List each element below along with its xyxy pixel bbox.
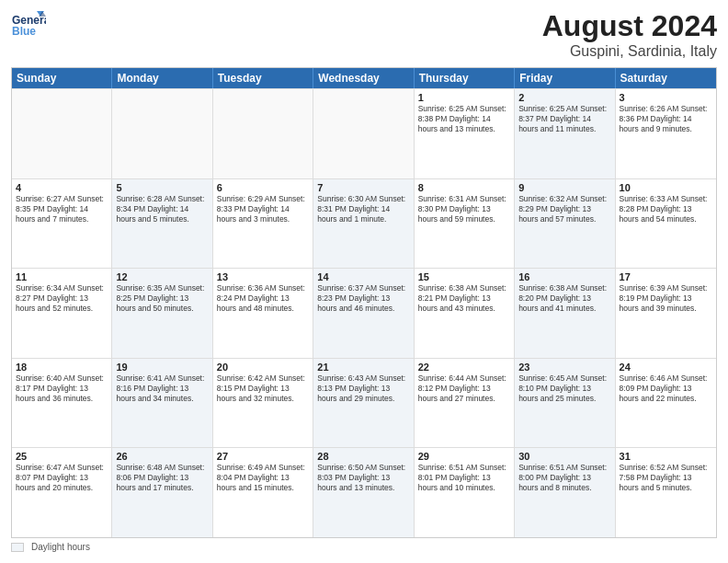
- day-info: Sunrise: 6:28 AM Sunset: 8:34 PM Dayligh…: [116, 194, 208, 224]
- cal-cell-empty-0-2: [213, 89, 313, 178]
- cal-cell-9: 9Sunrise: 6:32 AM Sunset: 8:29 PM Daylig…: [515, 179, 615, 269]
- day-number: 17: [620, 271, 712, 282]
- cal-cell-16: 16Sunrise: 6:38 AM Sunset: 8:20 PM Dayli…: [515, 269, 615, 358]
- day-number: 8: [418, 182, 510, 193]
- day-info: Sunrise: 6:47 AM Sunset: 8:07 PM Dayligh…: [16, 463, 108, 493]
- day-info: Sunrise: 6:38 AM Sunset: 8:21 PM Dayligh…: [418, 283, 510, 314]
- day-number: 29: [418, 451, 510, 462]
- day-info: Sunrise: 6:29 AM Sunset: 8:33 PM Dayligh…: [217, 194, 309, 224]
- svg-text:Blue: Blue: [12, 25, 36, 38]
- day-number: 5: [116, 182, 208, 193]
- day-number: 23: [518, 362, 610, 373]
- day-number: 13: [217, 271, 309, 282]
- day-info: Sunrise: 6:41 AM Sunset: 8:16 PM Dayligh…: [116, 373, 208, 404]
- day-number: 12: [116, 271, 208, 282]
- cal-cell-12: 12Sunrise: 6:35 AM Sunset: 8:25 PM Dayli…: [112, 269, 212, 358]
- cal-cell-13: 13Sunrise: 6:36 AM Sunset: 8:24 PM Dayli…: [213, 269, 313, 358]
- day-number: 4: [16, 182, 108, 193]
- cal-cell-empty-0-1: [112, 89, 212, 178]
- day-number: 28: [317, 451, 409, 462]
- day-number: 10: [620, 182, 712, 193]
- cal-cell-17: 17Sunrise: 6:39 AM Sunset: 8:19 PM Dayli…: [616, 269, 716, 358]
- cal-cell-23: 23Sunrise: 6:45 AM Sunset: 8:10 PM Dayli…: [515, 359, 615, 448]
- cal-cell-25: 25Sunrise: 6:47 AM Sunset: 8:07 PM Dayli…: [12, 448, 112, 537]
- day-info: Sunrise: 6:43 AM Sunset: 8:13 PM Dayligh…: [317, 373, 409, 404]
- day-info: Sunrise: 6:34 AM Sunset: 8:27 PM Dayligh…: [16, 283, 108, 314]
- calendar-body: 1Sunrise: 6:25 AM Sunset: 8:38 PM Daylig…: [12, 88, 716, 537]
- day-number: 20: [217, 362, 309, 373]
- day-info: Sunrise: 6:51 AM Sunset: 8:01 PM Dayligh…: [418, 463, 510, 493]
- day-info: Sunrise: 6:52 AM Sunset: 7:58 PM Dayligh…: [620, 463, 712, 493]
- page: General Blue August 2024 Guspini, Sardin…: [0, 0, 728, 563]
- day-info: Sunrise: 6:46 AM Sunset: 8:09 PM Dayligh…: [620, 373, 712, 404]
- day-info: Sunrise: 6:39 AM Sunset: 8:19 PM Dayligh…: [620, 283, 712, 314]
- day-number: 16: [518, 271, 610, 282]
- day-info: Sunrise: 6:40 AM Sunset: 8:17 PM Dayligh…: [16, 373, 108, 404]
- subtitle: Guspini, Sardinia, Italy: [542, 43, 717, 60]
- cal-cell-28: 28Sunrise: 6:50 AM Sunset: 8:03 PM Dayli…: [313, 448, 414, 537]
- day-info: Sunrise: 6:45 AM Sunset: 8:10 PM Dayligh…: [518, 373, 610, 404]
- day-number: 22: [418, 362, 510, 373]
- legend-label: Daylight hours: [31, 542, 90, 552]
- day-info: Sunrise: 6:27 AM Sunset: 8:35 PM Dayligh…: [16, 194, 108, 224]
- logo: General Blue: [11, 9, 46, 44]
- day-number: 24: [620, 362, 712, 373]
- day-info: Sunrise: 6:26 AM Sunset: 8:36 PM Dayligh…: [620, 104, 712, 134]
- cal-header-friday: Friday: [515, 68, 615, 88]
- day-number: 7: [317, 182, 409, 193]
- main-title: August 2024: [542, 9, 717, 43]
- cal-cell-30: 30Sunrise: 6:51 AM Sunset: 8:00 PM Dayli…: [515, 448, 615, 537]
- cal-cell-24: 24Sunrise: 6:46 AM Sunset: 8:09 PM Dayli…: [616, 359, 716, 448]
- calendar: SundayMondayTuesdayWednesdayThursdayFrid…: [11, 67, 717, 538]
- day-number: 26: [116, 451, 208, 462]
- cal-row-2: 11Sunrise: 6:34 AM Sunset: 8:27 PM Dayli…: [12, 268, 716, 358]
- logo-svg: General Blue: [11, 9, 46, 44]
- day-number: 14: [317, 271, 409, 282]
- day-info: Sunrise: 6:50 AM Sunset: 8:03 PM Dayligh…: [317, 463, 409, 493]
- day-number: 2: [518, 92, 610, 103]
- cal-cell-4: 4Sunrise: 6:27 AM Sunset: 8:35 PM Daylig…: [12, 179, 112, 269]
- cal-cell-2: 2Sunrise: 6:25 AM Sunset: 8:37 PM Daylig…: [515, 89, 615, 178]
- cal-cell-empty-0-3: [313, 89, 414, 178]
- cal-cell-21: 21Sunrise: 6:43 AM Sunset: 8:13 PM Dayli…: [313, 359, 414, 448]
- cal-cell-5: 5Sunrise: 6:28 AM Sunset: 8:34 PM Daylig…: [112, 179, 212, 269]
- cal-cell-18: 18Sunrise: 6:40 AM Sunset: 8:17 PM Dayli…: [12, 359, 112, 448]
- cal-cell-26: 26Sunrise: 6:48 AM Sunset: 8:06 PM Dayli…: [112, 448, 212, 537]
- day-info: Sunrise: 6:38 AM Sunset: 8:20 PM Dayligh…: [518, 283, 610, 314]
- cal-header-monday: Monday: [112, 68, 212, 88]
- day-number: 27: [217, 451, 309, 462]
- cal-cell-14: 14Sunrise: 6:37 AM Sunset: 8:23 PM Dayli…: [313, 269, 414, 358]
- cal-cell-19: 19Sunrise: 6:41 AM Sunset: 8:16 PM Dayli…: [112, 359, 212, 448]
- day-number: 3: [620, 92, 712, 103]
- calendar-header-row: SundayMondayTuesdayWednesdayThursdayFrid…: [12, 68, 716, 88]
- day-number: 6: [217, 182, 309, 193]
- day-info: Sunrise: 6:30 AM Sunset: 8:31 PM Dayligh…: [317, 194, 409, 224]
- cal-cell-27: 27Sunrise: 6:49 AM Sunset: 8:04 PM Dayli…: [213, 448, 313, 537]
- cal-header-sunday: Sunday: [12, 68, 112, 88]
- cal-cell-15: 15Sunrise: 6:38 AM Sunset: 8:21 PM Dayli…: [415, 269, 515, 358]
- day-number: 1: [418, 92, 510, 103]
- day-number: 30: [518, 451, 610, 462]
- day-info: Sunrise: 6:33 AM Sunset: 8:28 PM Dayligh…: [620, 194, 712, 224]
- cal-header-saturday: Saturday: [616, 68, 716, 88]
- cal-row-3: 18Sunrise: 6:40 AM Sunset: 8:17 PM Dayli…: [12, 358, 716, 448]
- cal-cell-10: 10Sunrise: 6:33 AM Sunset: 8:28 PM Dayli…: [616, 179, 716, 269]
- day-info: Sunrise: 6:25 AM Sunset: 8:38 PM Dayligh…: [418, 104, 510, 134]
- cal-cell-11: 11Sunrise: 6:34 AM Sunset: 8:27 PM Dayli…: [12, 269, 112, 358]
- cal-cell-20: 20Sunrise: 6:42 AM Sunset: 8:15 PM Dayli…: [213, 359, 313, 448]
- day-info: Sunrise: 6:25 AM Sunset: 8:37 PM Dayligh…: [518, 104, 610, 134]
- day-info: Sunrise: 6:31 AM Sunset: 8:30 PM Dayligh…: [418, 194, 510, 224]
- day-number: 25: [16, 451, 108, 462]
- day-info: Sunrise: 6:36 AM Sunset: 8:24 PM Dayligh…: [217, 283, 309, 314]
- cal-cell-22: 22Sunrise: 6:44 AM Sunset: 8:12 PM Dayli…: [415, 359, 515, 448]
- day-info: Sunrise: 6:44 AM Sunset: 8:12 PM Dayligh…: [418, 373, 510, 404]
- header: General Blue August 2024 Guspini, Sardin…: [11, 9, 717, 60]
- day-number: 18: [16, 362, 108, 373]
- day-number: 15: [418, 271, 510, 282]
- day-info: Sunrise: 6:35 AM Sunset: 8:25 PM Dayligh…: [116, 283, 208, 314]
- cal-cell-8: 8Sunrise: 6:31 AM Sunset: 8:30 PM Daylig…: [415, 179, 515, 269]
- cal-header-tuesday: Tuesday: [213, 68, 313, 88]
- footer: Daylight hours: [11, 538, 717, 554]
- day-info: Sunrise: 6:32 AM Sunset: 8:29 PM Dayligh…: [518, 194, 610, 224]
- day-number: 21: [317, 362, 409, 373]
